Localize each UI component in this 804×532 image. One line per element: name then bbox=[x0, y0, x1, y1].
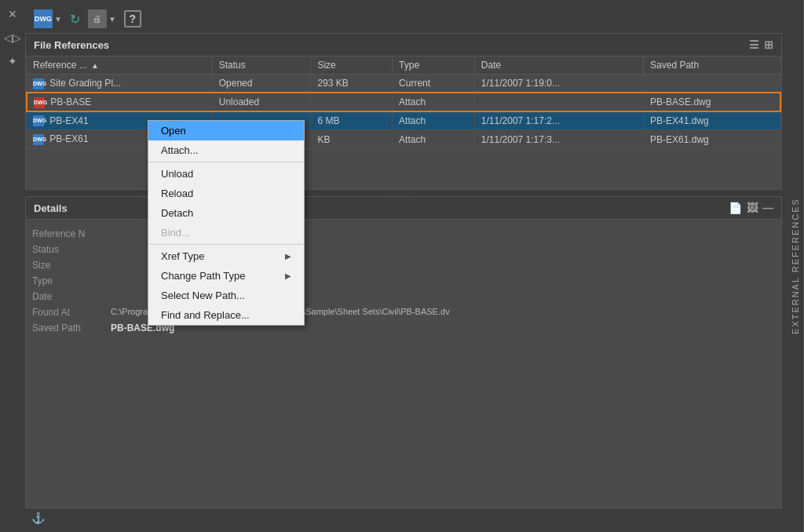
details-label-status: Status bbox=[32, 244, 111, 255]
external-references-label: EXTERNAL REFERENCES bbox=[787, 0, 804, 532]
top-toolbar: DWG ▼ ↻ 🖨 ▼ ? bbox=[25, 5, 782, 33]
col-date[interactable]: Date bbox=[474, 56, 643, 75]
ref-status: Unloaded bbox=[212, 93, 311, 111]
ctx-unload[interactable]: Unload bbox=[148, 164, 304, 184]
bottom-bar: ⚓ bbox=[25, 508, 782, 527]
ref-type: Attach bbox=[393, 111, 475, 130]
ref-name: DWG PB-BASE bbox=[27, 93, 212, 111]
ctx-reload-label: Reload bbox=[161, 188, 193, 199]
col-status[interactable]: Status bbox=[212, 56, 311, 75]
ref-name: DWG Site Grading Pl... bbox=[27, 75, 212, 93]
details-title: Details bbox=[34, 202, 68, 214]
details-row-date: Date bbox=[32, 289, 775, 304]
pin-icon[interactable]: ◁▷ bbox=[5, 30, 20, 46]
help-button[interactable]: ? bbox=[122, 8, 144, 30]
sort-arrow: ▲ bbox=[91, 61, 99, 70]
ctx-reload[interactable]: Reload bbox=[148, 184, 304, 203]
ref-size: KB bbox=[311, 130, 393, 149]
sidebar-label-text: EXTERNAL REFERENCES bbox=[791, 198, 800, 334]
ctx-detach[interactable]: Detach bbox=[148, 203, 304, 223]
ctx-xref-type-arrow: ▶ bbox=[285, 252, 291, 261]
table-row[interactable]: DWG PB-EX61 KB Attach 1/11/2007 1:17:3..… bbox=[27, 130, 780, 149]
content-area: File References ☰ ⊞ Reference ... ▲ Stat… bbox=[25, 33, 782, 508]
details-table: Reference N Status Size Type Date bbox=[26, 220, 781, 342]
col-size[interactable]: Size bbox=[311, 56, 393, 75]
ctx-change-path-label: Change Path Type bbox=[161, 270, 245, 282]
ctx-sep1 bbox=[148, 162, 304, 162]
dwg-button[interactable]: DWG ▼ bbox=[31, 7, 64, 31]
print-button[interactable]: 🖨 ▼ bbox=[86, 7, 119, 31]
ref-date: 1/11/2007 1:17:2... bbox=[474, 111, 643, 130]
details-label-saved-path: Saved Path bbox=[32, 322, 111, 333]
details-image-icon[interactable]: 🖼 bbox=[747, 202, 758, 214]
details-minimize-icon[interactable]: — bbox=[762, 202, 773, 214]
details-header-icons: 📄 🖼 — bbox=[729, 202, 773, 214]
ref-type: Attach bbox=[393, 93, 475, 111]
ctx-bind: Bind... bbox=[148, 223, 304, 242]
details-label-found-at: Found At bbox=[32, 307, 111, 318]
ctx-bind-label: Bind... bbox=[161, 227, 190, 239]
details-row-type: Type bbox=[32, 273, 775, 289]
ref-saved-path: PB-EX61.dwg bbox=[644, 130, 780, 149]
close-icon[interactable]: ✕ bbox=[5, 6, 20, 22]
list-view-icon[interactable]: ☰ bbox=[749, 38, 759, 51]
header-icons: ☰ ⊞ bbox=[749, 38, 773, 51]
table-row[interactable]: DWG PB-EX41 6 MB Attach 1/11/2007 1:17:2… bbox=[27, 111, 780, 130]
file-references-title: File References bbox=[34, 39, 109, 51]
ref-date: 1/11/2007 1:17:3... bbox=[474, 130, 643, 149]
refresh-button[interactable]: ↻ bbox=[68, 9, 82, 29]
ref-date: 1/11/2007 1:19:0... bbox=[474, 75, 643, 93]
dwg-icon: DWG bbox=[34, 9, 53, 28]
details-row-size: Size bbox=[32, 257, 775, 273]
ctx-open-label: Open bbox=[161, 125, 186, 137]
ref-size: 6 MB bbox=[311, 111, 393, 130]
ctx-xref-type[interactable]: Xref Type ▶ bbox=[148, 246, 304, 266]
tree-view-icon[interactable]: ⊞ bbox=[764, 38, 773, 51]
ref-size bbox=[311, 93, 393, 111]
file-icon: DWG bbox=[33, 78, 44, 89]
file-icon: DWG bbox=[33, 134, 44, 145]
ctx-attach[interactable]: Attach... bbox=[148, 140, 304, 160]
panel-divider[interactable]: · · · · · bbox=[25, 190, 782, 196]
file-references-panel: File References ☰ ⊞ Reference ... ▲ Stat… bbox=[25, 33, 782, 190]
bottom-icon[interactable]: ⚓ bbox=[31, 512, 45, 524]
ref-status: Opened bbox=[212, 75, 311, 93]
print-icon: 🖨 bbox=[88, 9, 107, 28]
details-label-date: Date bbox=[32, 291, 111, 302]
details-file-icon[interactable]: 📄 bbox=[729, 202, 742, 214]
details-label-reference: Reference N bbox=[32, 228, 111, 239]
ctx-change-path-type[interactable]: Change Path Type ▶ bbox=[148, 266, 304, 286]
ctx-detach-label: Detach bbox=[161, 207, 193, 219]
ctx-change-path-arrow: ▶ bbox=[285, 271, 291, 280]
details-section: Details 📄 🖼 — Reference N Status Size bbox=[25, 196, 782, 508]
ctx-find-replace-label: Find and Replace... bbox=[161, 309, 250, 321]
context-menu: Open Attach... Unload Reload Detach Bind… bbox=[148, 120, 305, 326]
ctx-open[interactable]: Open bbox=[148, 121, 304, 140]
col-reference[interactable]: Reference ... ▲ bbox=[27, 56, 212, 75]
ctx-select-new-path[interactable]: Select New Path... bbox=[148, 286, 304, 305]
details-row-reference: Reference N bbox=[32, 226, 775, 242]
ctx-xref-type-label: Xref Type bbox=[161, 250, 204, 262]
ref-saved-path: PB-BASE.dwg bbox=[644, 93, 780, 111]
col-saved-path[interactable]: Saved Path bbox=[644, 56, 780, 75]
ref-saved-path bbox=[644, 75, 780, 93]
file-icon: DWG bbox=[33, 115, 44, 126]
ref-size: 293 KB bbox=[311, 75, 393, 93]
details-label-type: Type bbox=[32, 275, 111, 286]
table-row[interactable]: DWG PB-BASE Unloaded Attach PB-BASE.dwg bbox=[27, 93, 780, 111]
ref-date bbox=[474, 93, 643, 111]
ctx-find-replace[interactable]: Find and Replace... bbox=[148, 305, 304, 325]
settings-icon[interactable]: ✦ bbox=[5, 53, 20, 69]
references-table: Reference ... ▲ Status Size Type Date Sa… bbox=[26, 56, 781, 149]
details-header: Details 📄 🖼 — bbox=[26, 197, 781, 220]
ctx-attach-label: Attach... bbox=[161, 144, 199, 156]
col-type[interactable]: Type bbox=[393, 56, 475, 75]
details-label-size: Size bbox=[32, 260, 111, 271]
details-row-saved-path: Saved Path PB-BASE.dwg bbox=[32, 320, 775, 336]
ref-saved-path: PB-EX41.dwg bbox=[644, 111, 780, 130]
file-icon: DWG bbox=[34, 97, 45, 108]
ref-type: Attach bbox=[393, 130, 475, 149]
table-row[interactable]: DWG Site Grading Pl... Opened 293 KB Cur… bbox=[27, 75, 780, 93]
details-row-found-at: Found At C:\Program Files\Autodesk\AutoC… bbox=[32, 304, 775, 320]
ctx-unload-label: Unload bbox=[161, 168, 193, 180]
